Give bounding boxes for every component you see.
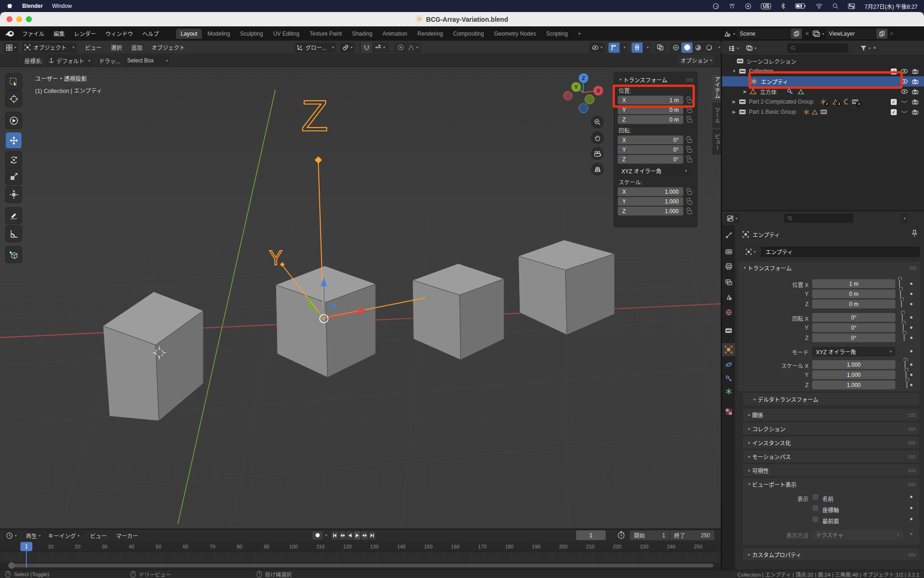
- play-button[interactable]: [354, 531, 360, 540]
- lock-icon[interactable]: [687, 109, 692, 113]
- bluetooth-icon[interactable]: [780, 3, 786, 9]
- eye-closed-icon[interactable]: [901, 110, 908, 114]
- workspace-tab-animation[interactable]: Animation: [378, 29, 412, 39]
- show-name-checkbox[interactable]: [812, 494, 819, 500]
- prop-location-z-field[interactable]: 0 m: [812, 300, 895, 308]
- tab-collection[interactable]: [722, 324, 735, 337]
- proportional-falloff-dropdown[interactable]: ▾: [406, 43, 420, 53]
- eye-icon[interactable]: [901, 89, 908, 94]
- panel-motion-paths[interactable]: ▸モーションパス: [743, 450, 919, 462]
- window-titlebar[interactable]: BCG-Array-Variation.blend: [0, 12, 924, 26]
- lock-icon[interactable]: [687, 210, 692, 214]
- group1-expand-caret[interactable]: ▶: [731, 110, 737, 114]
- menu-window[interactable]: ウィンドウ: [101, 26, 138, 41]
- jump-to-end-button[interactable]: [369, 531, 375, 540]
- scene-icon[interactable]: [723, 30, 731, 37]
- outliner-row-group1[interactable]: ▶ Part 1-Basic Group: [722, 107, 924, 117]
- rotation-y-field[interactable]: Y0°: [618, 145, 683, 154]
- scale-y-field[interactable]: Y1.000: [618, 197, 683, 206]
- pivot-point-dropdown[interactable]: ▾: [340, 43, 355, 53]
- xray-toggle[interactable]: [655, 43, 666, 53]
- camera-visibility-icon[interactable]: [912, 99, 918, 105]
- rotation-mode-dropdown[interactable]: XYZ オイラー角▾: [618, 166, 691, 176]
- grid-view-button[interactable]: [591, 163, 604, 176]
- shading-wireframe-button[interactable]: [670, 43, 681, 53]
- group2-checkbox[interactable]: [891, 99, 897, 105]
- show-overlays-toggle[interactable]: [632, 43, 643, 53]
- next-keyframe-button[interactable]: [361, 531, 368, 540]
- panel-relations[interactable]: ▸関係: [743, 409, 919, 421]
- viewport-menu-select[interactable]: 選択: [106, 42, 127, 53]
- workspace-tab-layout[interactable]: Layout: [176, 29, 202, 39]
- workspace-tab-texture-paint[interactable]: Texture Paint: [305, 29, 346, 39]
- show-in-front-checkbox[interactable]: [812, 516, 819, 523]
- panel-instancing[interactable]: ▸インスタンス化: [743, 437, 919, 449]
- n-panel-title[interactable]: トランスフォーム: [623, 76, 667, 84]
- gizmo-dropdown[interactable]: ▾: [620, 43, 628, 53]
- blender-logo-icon[interactable]: [5, 30, 15, 37]
- cursor-tool[interactable]: [5, 90, 22, 107]
- prop-rotation-x-field[interactable]: 0°: [812, 313, 895, 322]
- scene-name-field[interactable]: Scene: [736, 29, 791, 39]
- airpods-icon[interactable]: [729, 3, 736, 9]
- tab-object[interactable]: [722, 343, 735, 356]
- lock-icon[interactable]: [687, 119, 692, 123]
- scale-z-field[interactable]: Z1.000: [618, 207, 683, 215]
- pan-view-button[interactable]: [591, 131, 604, 144]
- timeline-scrollbar[interactable]: [10, 564, 713, 567]
- menubar-datetime[interactable]: 7月27日(水) 午後8:27: [864, 2, 918, 10]
- proportional-edit-toggle[interactable]: [395, 43, 406, 53]
- input-source-badge[interactable]: US: [761, 3, 771, 9]
- move-tool[interactable]: [5, 132, 22, 149]
- tab-world[interactable]: [722, 306, 735, 319]
- outliner-filter-dropdown[interactable]: ▾: [860, 45, 870, 51]
- grammarly-icon[interactable]: [712, 3, 719, 10]
- outliner-filter-collection-dropdown[interactable]: ▾: [744, 43, 759, 53]
- remove-viewlayer-icon[interactable]: ✕: [889, 31, 894, 37]
- auto-keying-button[interactable]: [312, 531, 322, 540]
- workspace-tab-uv-editing[interactable]: UV Editing: [268, 29, 304, 39]
- tab-physics[interactable]: [722, 358, 735, 371]
- tab-output[interactable]: [722, 260, 735, 273]
- properties-editor-type-dropdown[interactable]: ▾: [724, 213, 740, 223]
- measure-tool[interactable]: [5, 225, 22, 242]
- viewport-display-title[interactable]: ビューポート表示: [752, 480, 796, 488]
- timeline-ruler[interactable]: 1020304050607080901001101201301401501601…: [0, 541, 721, 552]
- workspace-tab-sculpting[interactable]: Sculpting: [236, 29, 267, 39]
- select-box-tool[interactable]: [5, 73, 22, 90]
- object-name-field[interactable]: ▾ エンプティ: [741, 246, 920, 257]
- menu-render[interactable]: レンダー: [69, 26, 101, 41]
- current-frame-field[interactable]: 1: [576, 530, 606, 540]
- prop-rotation-z-field[interactable]: 0°: [812, 333, 895, 342]
- tab-texture[interactable]: [722, 405, 735, 418]
- properties-options-dropdown[interactable]: ▾: [901, 213, 908, 223]
- viewlayer-name-field[interactable]: ViewLayer: [826, 29, 876, 39]
- shading-rendered-button[interactable]: [704, 43, 715, 53]
- lock-icon[interactable]: [687, 191, 692, 195]
- timeline-scrollbar-handle[interactable]: [8, 562, 15, 569]
- shading-dropdown[interactable]: ▾: [715, 43, 722, 53]
- collection-expand-caret[interactable]: ▼: [731, 69, 737, 74]
- lock-icon[interactable]: [687, 149, 692, 153]
- outliner-display-mode-dropdown[interactable]: ▾: [726, 43, 741, 53]
- menubar-app-name[interactable]: Blender: [22, 3, 43, 9]
- pin-id-icon[interactable]: [911, 230, 918, 237]
- delta-transform-panel[interactable]: ▸デルタトランスフォーム: [743, 393, 919, 405]
- now-playing-icon[interactable]: [745, 3, 752, 10]
- shading-solid-button[interactable]: [681, 43, 693, 53]
- transform-panel-title[interactable]: トランスフォーム: [748, 264, 791, 272]
- add-workspace-button[interactable]: +: [573, 29, 586, 39]
- workspace-tab-rendering[interactable]: Rendering: [413, 29, 447, 39]
- scale-x-field[interactable]: X1.000: [618, 187, 683, 196]
- viewport-scene[interactable]: Z Y: [0, 67, 721, 529]
- active-tool-dropdown[interactable]: Select Box▾: [125, 55, 170, 66]
- new-viewlayer-button[interactable]: [876, 29, 888, 39]
- apple-menu[interactable]: [6, 3, 13, 10]
- workspace-tab-scripting[interactable]: Scripting: [541, 29, 572, 39]
- search-icon[interactable]: [832, 3, 839, 9]
- navigation-gizmo[interactable]: Z Y X: [560, 70, 607, 115]
- menu-file[interactable]: ファイル: [18, 26, 49, 41]
- prev-keyframe-button[interactable]: [339, 531, 346, 540]
- start-frame-field[interactable]: 開始1: [630, 530, 669, 540]
- playback-menu[interactable]: 再生▾: [24, 530, 43, 541]
